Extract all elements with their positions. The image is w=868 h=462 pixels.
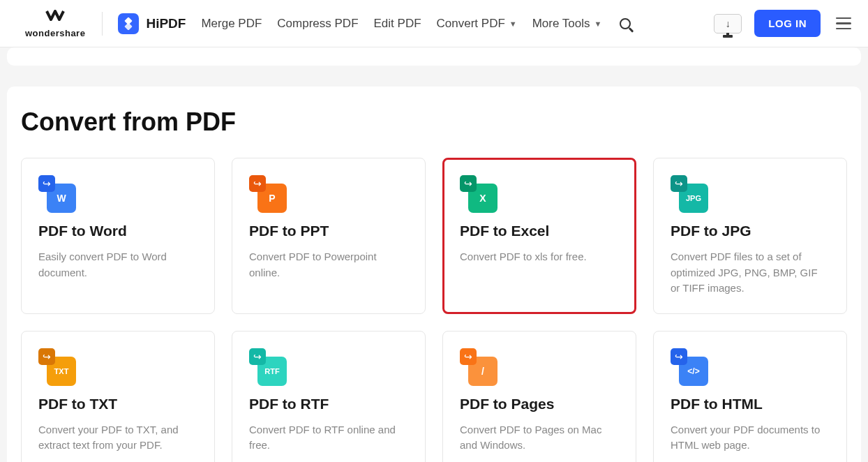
top-spacer-card xyxy=(7,47,861,66)
pdf-to-txt-icon: TXT ↪ xyxy=(38,348,73,383)
nav-label: Merge PDF xyxy=(201,17,262,31)
nav-label: More Tools xyxy=(532,17,590,31)
wondershare-mark-icon xyxy=(45,8,65,27)
hipdf-logo[interactable]: HiPDF xyxy=(118,13,186,34)
convert-from-pdf-section: Convert from PDF W ↪ PDF to Word Easily … xyxy=(7,87,861,462)
card-title: PDF to TXT xyxy=(38,396,197,412)
card-title: PDF to PPT xyxy=(249,223,408,239)
card-pdf-to-rtf[interactable]: RTF ↪ PDF to RTF Convert PDF to RTF onli… xyxy=(232,331,426,463)
pdf-to-word-icon: W ↪ xyxy=(38,175,73,210)
card-title: PDF to Pages xyxy=(460,396,619,412)
svg-rect-1 xyxy=(125,22,133,30)
card-pdf-to-pages[interactable]: / ↪ PDF to Pages Convert PDF to Pages on… xyxy=(442,331,636,463)
header-right: ↓ LOG IN xyxy=(714,10,854,37)
card-title: PDF to RTF xyxy=(249,396,408,412)
wondershare-text: wondershare xyxy=(25,28,85,38)
pdf-to-rtf-icon: RTF ↪ xyxy=(249,348,284,383)
card-title: PDF to Word xyxy=(38,223,197,239)
download-desktop-button[interactable]: ↓ xyxy=(714,14,742,33)
hipdf-text: HiPDF xyxy=(146,16,186,31)
nav-label: Convert PDF xyxy=(437,17,505,31)
search-icon[interactable] xyxy=(617,15,634,32)
card-desc: Convert PDF to RTF online and free. xyxy=(249,422,408,454)
nav-label: Edit PDF xyxy=(374,17,421,31)
pdf-to-html-icon: </> ↪ xyxy=(671,348,705,383)
pdf-to-pages-icon: / ↪ xyxy=(460,348,495,383)
card-desc: Convert PDF to Powerpoint online. xyxy=(249,249,408,281)
card-pdf-to-word[interactable]: W ↪ PDF to Word Easily convert PDF to Wo… xyxy=(21,158,215,314)
chevron-down-icon: ▼ xyxy=(509,20,517,28)
nav-merge-pdf[interactable]: Merge PDF xyxy=(201,17,262,31)
login-button[interactable]: LOG IN xyxy=(754,10,821,37)
nav-convert-pdf[interactable]: Convert PDF ▼ xyxy=(437,17,517,31)
card-desc: Convert PDF to xls for free. xyxy=(460,249,619,265)
card-desc: Convert PDF files to a set of optimized … xyxy=(671,249,830,297)
nav-compress-pdf[interactable]: Compress PDF xyxy=(277,17,358,31)
nav-label: Compress PDF xyxy=(277,17,358,31)
download-arrow-icon: ↓ xyxy=(726,18,731,29)
pdf-to-ppt-icon: P ↪ xyxy=(249,175,284,210)
main-nav: Merge PDF Compress PDF Edit PDF Convert … xyxy=(201,15,634,32)
tools-grid: W ↪ PDF to Word Easily convert PDF to Wo… xyxy=(21,158,847,462)
card-pdf-to-txt[interactable]: TXT ↪ PDF to TXT Convert your PDF to TXT… xyxy=(21,331,215,463)
page-body: Convert from PDF W ↪ PDF to Word Easily … xyxy=(0,47,868,462)
hipdf-badge-icon xyxy=(118,13,139,34)
menu-icon[interactable] xyxy=(833,15,854,33)
pdf-to-jpg-icon: JPG ↪ xyxy=(671,175,705,210)
card-desc: Convert PDF to Pages on Mac and Windows. xyxy=(460,422,619,454)
nav-edit-pdf[interactable]: Edit PDF xyxy=(374,17,421,31)
card-title: PDF to Excel xyxy=(460,223,619,239)
card-pdf-to-ppt[interactable]: P ↪ PDF to PPT Convert PDF to Powerpoint… xyxy=(232,158,426,314)
card-pdf-to-excel[interactable]: X ↪ PDF to Excel Convert PDF to xls for … xyxy=(442,158,636,314)
card-pdf-to-jpg[interactable]: JPG ↪ PDF to JPG Convert PDF files to a … xyxy=(653,158,847,314)
card-title: PDF to HTML xyxy=(671,396,830,412)
chevron-down-icon: ▼ xyxy=(594,20,602,28)
pdf-to-excel-icon: X ↪ xyxy=(460,175,495,210)
card-title: PDF to JPG xyxy=(671,223,830,239)
main-header: wondershare HiPDF Merge PDF Compress PDF… xyxy=(0,0,868,47)
card-desc: Convert your PDF to TXT, and extract tex… xyxy=(38,422,197,454)
divider xyxy=(102,12,103,36)
card-pdf-to-html[interactable]: </> ↪ PDF to HTML Convert your PDF docum… xyxy=(653,331,847,463)
nav-more-tools[interactable]: More Tools ▼ xyxy=(532,17,602,31)
wondershare-logo[interactable]: wondershare xyxy=(25,8,85,38)
section-title: Convert from PDF xyxy=(21,107,847,137)
logo-group: wondershare HiPDF xyxy=(25,8,186,38)
card-desc: Easily convert PDF to Word document. xyxy=(38,249,197,281)
card-desc: Convert your PDF documents to HTML web p… xyxy=(671,422,830,454)
